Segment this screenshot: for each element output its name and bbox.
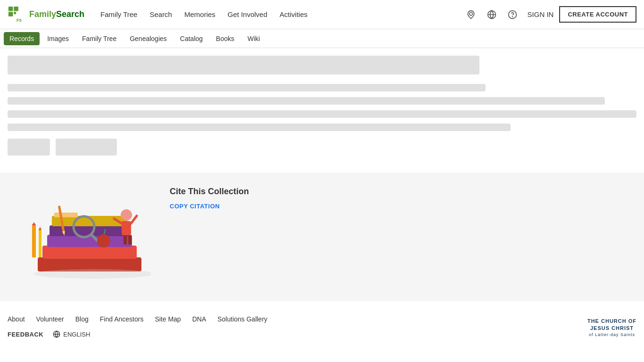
svg-point-23	[121, 209, 132, 221]
svg-rect-27	[124, 235, 127, 245]
footer: About Volunteer Blog Find Ancestors Site…	[0, 301, 644, 347]
footer-bottom: FEEDBACK ENGLISH	[8, 330, 636, 338]
nav-search[interactable]: Search	[145, 7, 177, 22]
cite-illustration-svg	[9, 187, 151, 286]
top-nav: FS FamilySearch Family Tree Search Memor…	[0, 0, 644, 29]
svg-rect-24	[122, 221, 131, 235]
skeleton-btn-2	[56, 139, 117, 156]
sign-in-button[interactable]: SIGN IN	[528, 10, 554, 18]
svg-rect-28	[128, 235, 132, 245]
cite-content: Cite This Collection COPY CITATION	[170, 187, 249, 210]
subnav-records[interactable]: Records	[4, 32, 40, 45]
main-content: Cite This Collection COPY CITATION	[0, 48, 644, 301]
footer-volunteer[interactable]: Volunteer	[36, 315, 64, 323]
svg-point-5	[469, 12, 472, 16]
globe-icon	[487, 10, 496, 19]
location-icon	[466, 10, 476, 19]
nav-family-tree[interactable]: Family Tree	[96, 7, 142, 22]
cite-section: Cite This Collection COPY CITATION	[0, 173, 644, 301]
footer-blog[interactable]: Blog	[75, 315, 89, 323]
sub-nav: Records Images Family Tree Genealogies C…	[0, 29, 644, 48]
cite-illustration	[9, 187, 151, 287]
location-icon-btn[interactable]	[463, 7, 479, 22]
globe-icon-btn[interactable]	[484, 7, 499, 22]
svg-rect-3	[14, 12, 16, 14]
footer-dna[interactable]: DNA	[192, 315, 206, 323]
cite-title: Cite This Collection	[170, 187, 249, 197]
feedback-button[interactable]: FEEDBACK	[8, 331, 43, 338]
svg-rect-15	[32, 224, 36, 257]
svg-rect-0	[8, 6, 13, 11]
svg-line-26	[131, 216, 137, 223]
footer-find-ancestors[interactable]: Find Ancestors	[100, 315, 144, 323]
footer-site-map[interactable]: Site Map	[155, 315, 181, 323]
logo-icon: FS	[8, 6, 25, 24]
copy-citation-button[interactable]: COPY CITATION	[170, 203, 220, 210]
help-icon	[508, 10, 517, 19]
logo-text: FamilySearch	[29, 9, 84, 19]
svg-point-30	[33, 269, 151, 279]
svg-marker-18	[39, 227, 41, 230]
subnav-images[interactable]: Images	[41, 32, 74, 45]
footer-solutions-gallery[interactable]: Solutions Gallery	[217, 315, 267, 323]
svg-rect-10	[42, 246, 137, 259]
nav-icons	[463, 7, 520, 22]
footer-links: About Volunteer Blog Find Ancestors Site…	[8, 315, 636, 323]
skeleton-line-3	[8, 110, 636, 118]
church-logo: THE CHURCH OF JESUS CHRIST of Latter-day…	[587, 318, 636, 338]
skeleton-buttons	[8, 139, 636, 156]
svg-text:FS: FS	[17, 18, 22, 23]
create-account-button[interactable]: CREATE ACCOUNT	[559, 6, 636, 23]
skeleton-line-1	[8, 84, 486, 91]
svg-point-29	[97, 234, 110, 247]
subnav-family-tree[interactable]: Family Tree	[76, 32, 122, 45]
subnav-genealogies[interactable]: Genealogies	[124, 32, 173, 45]
nav-activities[interactable]: Activities	[275, 7, 312, 22]
svg-rect-2	[8, 12, 13, 16]
svg-rect-1	[14, 6, 18, 11]
svg-point-8	[512, 16, 512, 16]
svg-rect-17	[39, 229, 41, 257]
nav-memories[interactable]: Memories	[180, 7, 220, 22]
svg-rect-14	[54, 213, 78, 217]
logo-link[interactable]: FS FamilySearch	[8, 6, 84, 24]
language-button[interactable]: ENGLISH	[53, 330, 90, 338]
footer-about[interactable]: About	[8, 315, 25, 323]
skeleton-line-4	[8, 123, 511, 131]
skeleton-btn-1	[8, 139, 50, 156]
skeleton-line-2	[8, 97, 605, 105]
subnav-catalog[interactable]: Catalog	[174, 32, 208, 45]
subnav-books[interactable]: Books	[210, 32, 240, 45]
svg-marker-16	[32, 222, 36, 225]
globe-footer-icon	[53, 330, 60, 338]
help-icon-btn[interactable]	[505, 7, 520, 22]
nav-get-involved[interactable]: Get Involved	[223, 7, 272, 22]
main-nav: Family Tree Search Memories Get Involved…	[96, 7, 463, 22]
subnav-wiki[interactable]: Wiki	[242, 32, 265, 45]
skeleton-title	[8, 56, 479, 74]
